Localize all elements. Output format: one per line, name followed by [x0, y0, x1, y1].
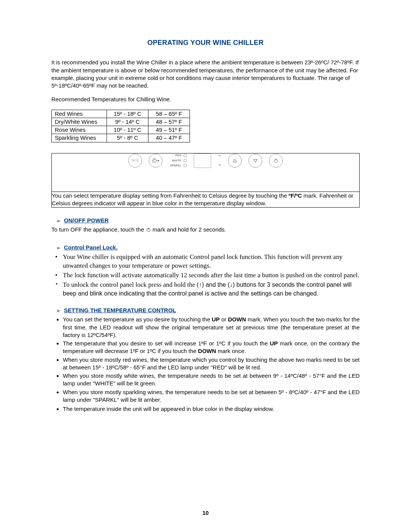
- list-item: When you store mostly sparkling wines, t…: [63, 388, 360, 404]
- temp-fahrenheit: 58 – 65º F: [148, 110, 190, 118]
- manual-page: OPERATING YOUR WINE CHILLER It is recomm…: [0, 0, 411, 532]
- list-item: You can set the temperature as you desir…: [63, 316, 360, 339]
- temp-fahrenheit: 49 – 51º F: [148, 126, 190, 134]
- temp-celsius: 15º - 18º C: [107, 110, 148, 118]
- temperature-table: Red Wines 15º - 18º C 58 – 65º F Dry/Whi…: [51, 110, 190, 142]
- arrow-bullet-icon: ➢: [56, 307, 61, 315]
- fc-note: You can select temperature display setti…: [52, 192, 360, 208]
- table-row: Dry/White Wines 9º - 14º C 48 – 57º F: [52, 118, 190, 126]
- table-row: Red Wines 15º - 18º C 58 – 65º F: [52, 110, 190, 118]
- triangle-up-icon: [231, 157, 238, 164]
- svg-line-3: [153, 158, 153, 159]
- section-heading-settemp: ➢ SETTING THE TEMPERATURE CONTROL: [56, 307, 360, 314]
- power-icon: [146, 227, 151, 234]
- page-number: 10: [0, 509, 411, 517]
- section-heading-lock: ➢ Control Panel Lock.: [56, 244, 360, 251]
- light-button: [149, 154, 162, 168]
- bullet-dot: •: [51, 281, 57, 298]
- bulb-icon: [152, 157, 159, 165]
- onoff-instruction: To turn OFF the appliance, touch the mar…: [51, 226, 360, 234]
- fc-toggle-button: °F/°C: [128, 154, 142, 168]
- control-panel-figure: °F/°C RED: [51, 153, 360, 208]
- temp-celsius: 9º - 14º C: [107, 118, 148, 126]
- arrow-bullet-icon: ➢: [56, 217, 61, 225]
- led-indicator: [183, 159, 187, 162]
- lock-section: • Your Wine chiller is equipped with an …: [51, 253, 360, 297]
- page-title: OPERATING YOUR WINE CHILLER: [51, 38, 360, 47]
- temperature-display: [194, 153, 211, 168]
- lock-text-3: To unlock the control panel lock press a…: [63, 281, 360, 298]
- wine-name: Dry/White Wines: [52, 118, 107, 126]
- temp-fahrenheit: 48 – 57º F: [148, 118, 190, 126]
- lock-text-2: The lock function will activate automati…: [63, 271, 360, 280]
- unit-indicator-column: °F °C: [218, 154, 221, 167]
- svg-point-0: [153, 159, 156, 162]
- temp-down-button: [249, 154, 262, 168]
- temp-celsius: 5º - 8º C: [107, 134, 148, 142]
- mode-white-label: WHITE: [169, 159, 182, 162]
- bullet-dot: •: [51, 271, 57, 280]
- temp-fahrenheit: 40 – 47º F: [148, 134, 190, 142]
- bullet-dot: •: [51, 253, 57, 270]
- temp-up-button: [228, 154, 242, 168]
- section-heading-onoff: ➢ ON/OFF POWER: [56, 217, 360, 224]
- list-item: When you store mostly white wines, the t…: [63, 372, 360, 388]
- power-button: [269, 154, 283, 168]
- svg-point-5: [158, 160, 159, 161]
- recommended-label: Recommended Temperatures for Chilling Wi…: [51, 96, 360, 103]
- list-item: When you store mostly red wines, the tem…: [63, 356, 360, 372]
- temp-celsius: 10º - 11º C: [107, 126, 148, 134]
- mode-red-label: RED: [169, 153, 182, 157]
- arrow-bullet-icon: ➢: [56, 244, 61, 252]
- unit-f-label: °F: [218, 154, 221, 158]
- wine-name: Sparkling Wines: [52, 134, 107, 142]
- wine-name: Rose Wines: [52, 126, 107, 134]
- table-row: Sparkling Wines 5º - 8º C 40 – 47º F: [52, 134, 190, 142]
- intro-paragraph: It is recommended you install the Wine C…: [51, 59, 360, 89]
- table-row: Rose Wines 10º - 11º C 49 – 51º F: [52, 126, 190, 134]
- led-indicator: [183, 154, 187, 157]
- list-item: The temperature inside the unit will be …: [63, 405, 360, 413]
- list-item: The temperature that you desire to set w…: [63, 340, 360, 355]
- lock-text-1: Your Wine chiller is equipped with an au…: [63, 253, 360, 270]
- mode-indicator-column: RED WHITE SPARKL: [169, 153, 187, 167]
- unit-c-label: °C: [218, 163, 221, 167]
- power-icon: [272, 157, 279, 164]
- settemp-list-last: The temperature inside the unit will be …: [51, 405, 360, 413]
- svg-line-4: [153, 162, 153, 163]
- led-indicator: [183, 164, 187, 167]
- mode-sparkl-label: SPARKL: [169, 164, 182, 167]
- wine-name: Red Wines: [52, 110, 107, 118]
- settemp-list: You can set the temperature as you desir…: [51, 316, 360, 404]
- triangle-down-icon: [252, 157, 259, 164]
